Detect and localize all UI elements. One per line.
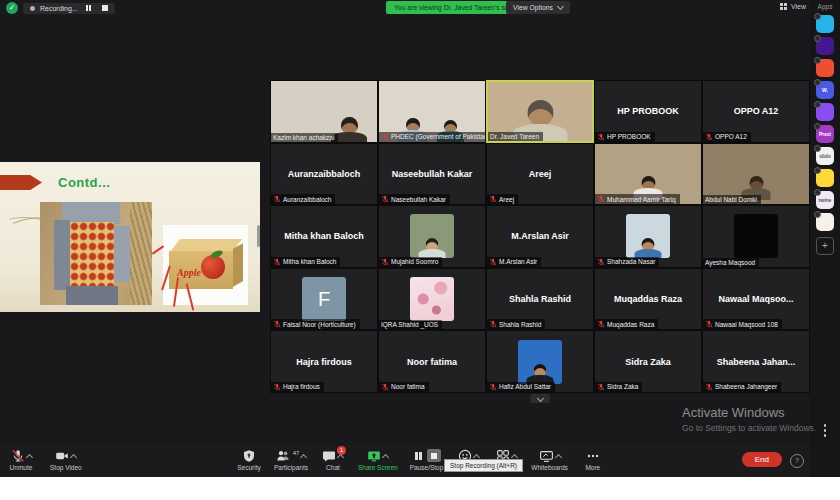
add-app-button[interactable]: + — [816, 237, 834, 255]
participant-tile[interactable]: Muhammad Aamir Tariq — [594, 143, 702, 206]
participant-tile[interactable]: AuranzaibbalochAuranzaibbaloch — [270, 143, 378, 206]
app-icon-10[interactable] — [816, 213, 834, 231]
app-icon-8[interactable] — [816, 169, 834, 187]
participant-tile[interactable]: Shabeena Jahan...Shabeena Jahangeer — [702, 330, 810, 393]
pause-recording-icon[interactable] — [413, 450, 425, 462]
share-screen-button[interactable]: Share Screen — [358, 448, 398, 471]
muted-mic-icon — [489, 195, 497, 203]
participant-tile[interactable]: Hafiz Abdul Sattar — [486, 330, 594, 393]
participant-name-label: Mitha khan Baloch — [271, 257, 340, 267]
participant-tile[interactable]: PHDEC (Government of Pakistan) — [378, 80, 486, 143]
participant-tile[interactable]: Nawaal Maqsoo...Nawaal Maqsood 108 — [702, 268, 810, 331]
help-icon[interactable]: ? — [790, 454, 804, 468]
participant-tile[interactable]: Hajra firdousHajra firdous — [270, 330, 378, 393]
activate-windows-watermark: Activate Windows Go to Settings to activ… — [682, 405, 816, 433]
chat-icon — [322, 449, 336, 463]
app-icon-2[interactable] — [816, 37, 834, 55]
chevron-up-icon[interactable] — [300, 453, 307, 460]
pause-stop-label: Pause/Stop — [410, 464, 444, 471]
muted-mic-icon — [597, 195, 605, 203]
person-silhouette — [419, 238, 446, 258]
security-label: Security — [237, 464, 260, 471]
participant-name-label: HP PROBOOK — [595, 132, 655, 142]
recording-label: Recording... — [40, 5, 78, 12]
participant-tile[interactable]: Sidra ZakaSidra Zaka — [594, 330, 702, 393]
security-button[interactable]: Security — [236, 448, 262, 471]
participant-tile[interactable]: Muqaddas RazaMuqaddas Raza — [594, 268, 702, 331]
app-icon-7[interactable]: slido — [816, 147, 834, 165]
muted-mic-icon — [273, 195, 281, 203]
participant-tile[interactable]: Shahla RashidShahla Rashid — [486, 268, 594, 331]
whiteboards-button[interactable]: Whiteboards — [531, 448, 568, 471]
watermark-line2: Go to Settings to activate Windows. — [682, 423, 816, 433]
participant-tile[interactable]: Mujahid Soomro — [378, 205, 486, 268]
participant-tile[interactable]: IQRA Shahid _UOS — [378, 268, 486, 331]
muted-mic-icon — [273, 258, 281, 266]
muted-mic-icon — [381, 195, 389, 203]
chevron-up-icon[interactable] — [25, 453, 32, 460]
participant-tile[interactable]: Ayesha Maqsood — [702, 205, 810, 268]
more-options-icon[interactable] — [824, 424, 827, 427]
chevron-up-icon[interactable] — [382, 453, 389, 460]
muted-mic-icon — [597, 133, 605, 141]
participant-name-label: Shahla Rashid — [487, 319, 545, 329]
carton-text: Apple — [177, 267, 201, 278]
slide-arrow-decoration — [0, 175, 42, 190]
participant-tile[interactable]: Naseebullah KakarNaseebullah Kakar — [378, 143, 486, 206]
participant-name-label: Areej — [487, 194, 518, 204]
participant-name-label: Sidra Zaka — [595, 382, 642, 392]
stop-recording-icon[interactable] — [102, 5, 108, 11]
stop-recording-icon[interactable] — [427, 449, 441, 462]
app-icon-5[interactable] — [816, 103, 834, 121]
recording-indicator: ✓ Recording... — [6, 2, 115, 14]
muted-mic-icon — [597, 258, 605, 266]
app-icon-6[interactable]: Prezi — [816, 125, 834, 143]
recording-dot-icon — [30, 6, 35, 11]
participant-name-label: Noor fatima — [379, 382, 429, 392]
participant-tile[interactable]: AreejAreej — [486, 143, 594, 206]
app-icon-1[interactable] — [816, 15, 834, 33]
participant-name-label: Auranzaibbaloch — [271, 194, 335, 204]
unmute-button[interactable]: Unmute — [8, 448, 34, 471]
participant-tile[interactable]: Dr. Javed Tareen — [486, 80, 594, 143]
participant-name-label: Shabeena Jahangeer — [703, 382, 781, 392]
next-page-button[interactable] — [530, 394, 550, 403]
slide-scrollbar[interactable] — [257, 225, 260, 247]
app-icon-9[interactable]: twine — [816, 191, 834, 209]
app-icon-4[interactable]: W. — [816, 81, 834, 99]
end-meeting-button[interactable]: End — [742, 452, 782, 467]
stop-video-button[interactable]: Stop Video — [50, 448, 82, 471]
view-options-button[interactable]: View Options — [506, 1, 570, 14]
mic-muted-icon — [11, 449, 25, 463]
participants-button[interactable]: 47Participants — [274, 448, 308, 471]
chat-unread-badge: 1 — [337, 446, 346, 455]
shield-icon — [242, 449, 256, 463]
chevron-up-icon[interactable] — [555, 453, 562, 460]
participant-name-label: Dr. Javed Tareen — [488, 132, 543, 141]
participant-tile[interactable]: M.Arslan AsirM.Arslan Asir — [486, 205, 594, 268]
app-icon-3[interactable] — [816, 59, 834, 77]
participant-tile[interactable]: OPPO A12OPPO A12 — [702, 80, 810, 143]
muted-mic-icon — [705, 133, 713, 141]
participant-name-label: M.Arslan Asir — [487, 257, 541, 267]
participant-name-label: Nawaal Maqsood 108 — [703, 319, 782, 329]
chevron-up-icon[interactable] — [70, 453, 77, 460]
participant-name-label: Ayesha Maqsood — [703, 258, 759, 267]
participant-tile[interactable]: Kazim khan achakzai — [270, 80, 378, 143]
pause-recording-icon[interactable] — [86, 5, 92, 11]
participant-tile[interactable]: Shahzada Nasar — [594, 205, 702, 268]
muted-mic-icon — [489, 383, 497, 391]
participant-tile[interactable]: Mitha khan BalochMitha khan Baloch — [270, 205, 378, 268]
encryption-shield-icon[interactable]: ✓ — [6, 2, 18, 14]
more-button[interactable]: More — [580, 448, 606, 471]
participant-avatar — [518, 340, 562, 384]
participants-label: Participants — [274, 464, 308, 471]
chat-button[interactable]: 1Chat — [320, 448, 346, 471]
participant-tile[interactable]: HP PROBOOKHP PROBOOK — [594, 80, 702, 143]
pause-stop-button[interactable]: Pause/Stop — [410, 448, 444, 471]
participant-tile[interactable]: Abdul Nabi Domki — [702, 143, 810, 206]
participant-tile[interactable]: FFaisal Noor (Horticulture) — [270, 268, 378, 331]
view-button[interactable]: View — [780, 3, 806, 10]
participant-tile[interactable]: Noor fatimaNoor fatima — [378, 330, 486, 393]
view-options-label: View Options — [513, 4, 553, 11]
